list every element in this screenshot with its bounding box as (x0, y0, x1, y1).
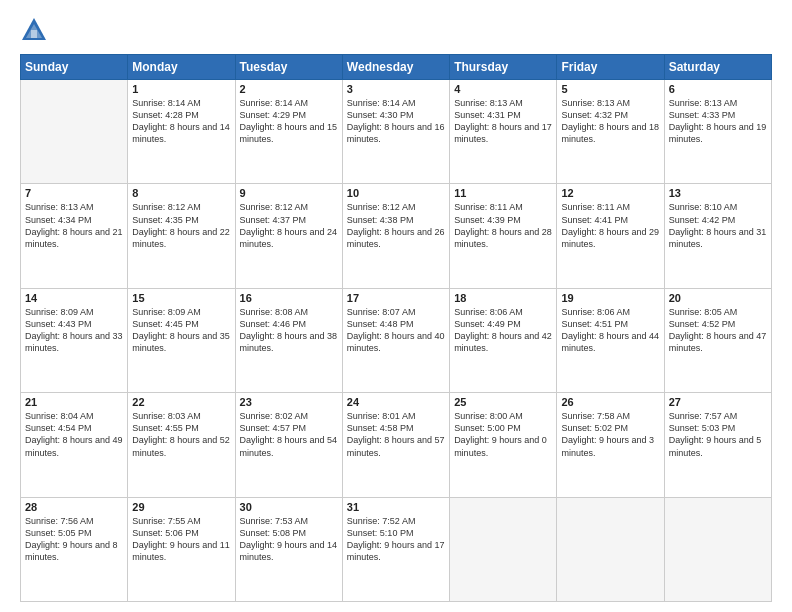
calendar-cell: 21Sunrise: 8:04 AM Sunset: 4:54 PM Dayli… (21, 393, 128, 497)
calendar-header-thursday: Thursday (450, 55, 557, 80)
calendar-cell: 19Sunrise: 8:06 AM Sunset: 4:51 PM Dayli… (557, 288, 664, 392)
day-info: Sunrise: 8:13 AM Sunset: 4:34 PM Dayligh… (25, 201, 123, 250)
day-number: 17 (347, 292, 445, 304)
day-number: 15 (132, 292, 230, 304)
calendar-header-wednesday: Wednesday (342, 55, 449, 80)
calendar-header-monday: Monday (128, 55, 235, 80)
day-info: Sunrise: 7:57 AM Sunset: 5:03 PM Dayligh… (669, 410, 767, 459)
day-info: Sunrise: 8:09 AM Sunset: 4:43 PM Dayligh… (25, 306, 123, 355)
day-info: Sunrise: 8:13 AM Sunset: 4:32 PM Dayligh… (561, 97, 659, 146)
day-info: Sunrise: 8:08 AM Sunset: 4:46 PM Dayligh… (240, 306, 338, 355)
day-info: Sunrise: 8:06 AM Sunset: 4:49 PM Dayligh… (454, 306, 552, 355)
calendar-cell: 10Sunrise: 8:12 AM Sunset: 4:38 PM Dayli… (342, 184, 449, 288)
day-info: Sunrise: 8:12 AM Sunset: 4:35 PM Dayligh… (132, 201, 230, 250)
calendar-cell: 6Sunrise: 8:13 AM Sunset: 4:33 PM Daylig… (664, 80, 771, 184)
calendar-cell: 8Sunrise: 8:12 AM Sunset: 4:35 PM Daylig… (128, 184, 235, 288)
logo-icon (20, 16, 48, 44)
day-number: 31 (347, 501, 445, 513)
calendar-header-sunday: Sunday (21, 55, 128, 80)
day-info: Sunrise: 8:14 AM Sunset: 4:30 PM Dayligh… (347, 97, 445, 146)
day-number: 13 (669, 187, 767, 199)
calendar-cell (21, 80, 128, 184)
day-info: Sunrise: 8:03 AM Sunset: 4:55 PM Dayligh… (132, 410, 230, 459)
calendar-cell: 2Sunrise: 8:14 AM Sunset: 4:29 PM Daylig… (235, 80, 342, 184)
day-number: 22 (132, 396, 230, 408)
day-info: Sunrise: 8:11 AM Sunset: 4:39 PM Dayligh… (454, 201, 552, 250)
calendar-cell: 7Sunrise: 8:13 AM Sunset: 4:34 PM Daylig… (21, 184, 128, 288)
day-info: Sunrise: 8:13 AM Sunset: 4:31 PM Dayligh… (454, 97, 552, 146)
calendar-cell: 24Sunrise: 8:01 AM Sunset: 4:58 PM Dayli… (342, 393, 449, 497)
day-number: 24 (347, 396, 445, 408)
day-info: Sunrise: 7:56 AM Sunset: 5:05 PM Dayligh… (25, 515, 123, 564)
day-number: 26 (561, 396, 659, 408)
day-number: 12 (561, 187, 659, 199)
calendar-cell: 5Sunrise: 8:13 AM Sunset: 4:32 PM Daylig… (557, 80, 664, 184)
day-number: 8 (132, 187, 230, 199)
calendar-header-friday: Friday (557, 55, 664, 80)
day-info: Sunrise: 8:07 AM Sunset: 4:48 PM Dayligh… (347, 306, 445, 355)
day-number: 4 (454, 83, 552, 95)
calendar-cell (450, 497, 557, 601)
day-number: 5 (561, 83, 659, 95)
calendar-cell: 31Sunrise: 7:52 AM Sunset: 5:10 PM Dayli… (342, 497, 449, 601)
day-info: Sunrise: 7:53 AM Sunset: 5:08 PM Dayligh… (240, 515, 338, 564)
day-number: 27 (669, 396, 767, 408)
page: SundayMondayTuesdayWednesdayThursdayFrid… (0, 0, 792, 612)
calendar-cell: 12Sunrise: 8:11 AM Sunset: 4:41 PM Dayli… (557, 184, 664, 288)
calendar-week-2: 7Sunrise: 8:13 AM Sunset: 4:34 PM Daylig… (21, 184, 772, 288)
day-number: 10 (347, 187, 445, 199)
day-info: Sunrise: 8:14 AM Sunset: 4:29 PM Dayligh… (240, 97, 338, 146)
calendar-cell (557, 497, 664, 601)
day-info: Sunrise: 8:11 AM Sunset: 4:41 PM Dayligh… (561, 201, 659, 250)
calendar-cell: 27Sunrise: 7:57 AM Sunset: 5:03 PM Dayli… (664, 393, 771, 497)
day-info: Sunrise: 8:00 AM Sunset: 5:00 PM Dayligh… (454, 410, 552, 459)
calendar-cell: 29Sunrise: 7:55 AM Sunset: 5:06 PM Dayli… (128, 497, 235, 601)
day-info: Sunrise: 8:10 AM Sunset: 4:42 PM Dayligh… (669, 201, 767, 250)
day-info: Sunrise: 8:05 AM Sunset: 4:52 PM Dayligh… (669, 306, 767, 355)
day-info: Sunrise: 8:14 AM Sunset: 4:28 PM Dayligh… (132, 97, 230, 146)
day-number: 16 (240, 292, 338, 304)
calendar-cell: 23Sunrise: 8:02 AM Sunset: 4:57 PM Dayli… (235, 393, 342, 497)
calendar-week-1: 1Sunrise: 8:14 AM Sunset: 4:28 PM Daylig… (21, 80, 772, 184)
calendar-cell: 22Sunrise: 8:03 AM Sunset: 4:55 PM Dayli… (128, 393, 235, 497)
calendar-cell: 30Sunrise: 7:53 AM Sunset: 5:08 PM Dayli… (235, 497, 342, 601)
day-number: 3 (347, 83, 445, 95)
calendar-cell: 18Sunrise: 8:06 AM Sunset: 4:49 PM Dayli… (450, 288, 557, 392)
day-number: 29 (132, 501, 230, 513)
calendar-cell: 13Sunrise: 8:10 AM Sunset: 4:42 PM Dayli… (664, 184, 771, 288)
day-number: 11 (454, 187, 552, 199)
day-number: 19 (561, 292, 659, 304)
day-number: 30 (240, 501, 338, 513)
day-info: Sunrise: 8:01 AM Sunset: 4:58 PM Dayligh… (347, 410, 445, 459)
day-info: Sunrise: 8:12 AM Sunset: 4:37 PM Dayligh… (240, 201, 338, 250)
calendar-cell: 9Sunrise: 8:12 AM Sunset: 4:37 PM Daylig… (235, 184, 342, 288)
calendar-cell: 1Sunrise: 8:14 AM Sunset: 4:28 PM Daylig… (128, 80, 235, 184)
day-number: 9 (240, 187, 338, 199)
day-number: 23 (240, 396, 338, 408)
day-number: 14 (25, 292, 123, 304)
day-number: 18 (454, 292, 552, 304)
svg-rect-2 (31, 30, 37, 38)
day-info: Sunrise: 8:04 AM Sunset: 4:54 PM Dayligh… (25, 410, 123, 459)
day-number: 6 (669, 83, 767, 95)
calendar-header-row: SundayMondayTuesdayWednesdayThursdayFrid… (21, 55, 772, 80)
calendar-week-5: 28Sunrise: 7:56 AM Sunset: 5:05 PM Dayli… (21, 497, 772, 601)
calendar-cell: 16Sunrise: 8:08 AM Sunset: 4:46 PM Dayli… (235, 288, 342, 392)
calendar-cell: 26Sunrise: 7:58 AM Sunset: 5:02 PM Dayli… (557, 393, 664, 497)
day-number: 21 (25, 396, 123, 408)
calendar-cell: 4Sunrise: 8:13 AM Sunset: 4:31 PM Daylig… (450, 80, 557, 184)
day-number: 7 (25, 187, 123, 199)
logo (20, 16, 52, 44)
day-info: Sunrise: 8:09 AM Sunset: 4:45 PM Dayligh… (132, 306, 230, 355)
day-number: 25 (454, 396, 552, 408)
calendar-week-3: 14Sunrise: 8:09 AM Sunset: 4:43 PM Dayli… (21, 288, 772, 392)
day-info: Sunrise: 8:12 AM Sunset: 4:38 PM Dayligh… (347, 201, 445, 250)
calendar-cell: 17Sunrise: 8:07 AM Sunset: 4:48 PM Dayli… (342, 288, 449, 392)
day-number: 28 (25, 501, 123, 513)
day-number: 20 (669, 292, 767, 304)
calendar-header-saturday: Saturday (664, 55, 771, 80)
day-info: Sunrise: 7:55 AM Sunset: 5:06 PM Dayligh… (132, 515, 230, 564)
calendar-cell: 15Sunrise: 8:09 AM Sunset: 4:45 PM Dayli… (128, 288, 235, 392)
calendar-cell: 3Sunrise: 8:14 AM Sunset: 4:30 PM Daylig… (342, 80, 449, 184)
calendar-cell: 14Sunrise: 8:09 AM Sunset: 4:43 PM Dayli… (21, 288, 128, 392)
